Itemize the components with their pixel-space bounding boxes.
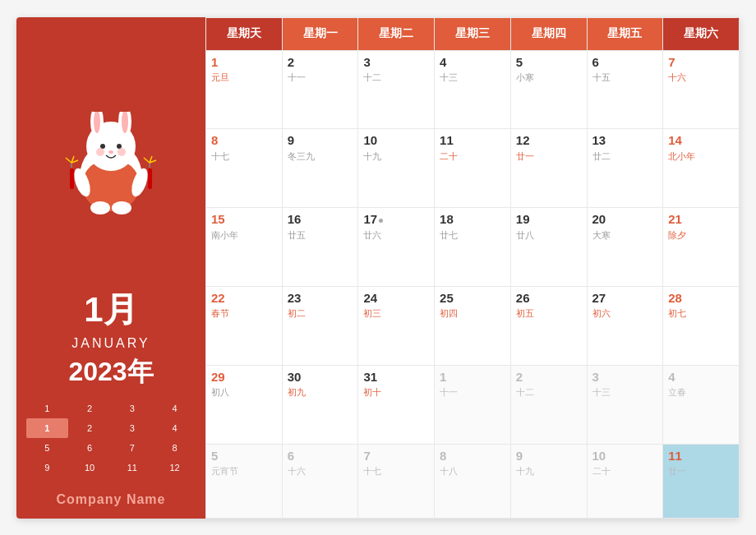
sidebar-top [16, 17, 205, 295]
calendar-cell[interactable]: 9冬三九 [282, 129, 358, 208]
calendar-cell[interactable]: 17廿六 [358, 208, 435, 287]
mini-cal-cell[interactable]: 1 [26, 418, 69, 438]
calendar-cell[interactable]: 2十一 [282, 50, 358, 129]
calendar-cell[interactable]: 1十一 [435, 365, 511, 444]
calendar-cell[interactable]: 7十六 [663, 50, 740, 129]
calendar-cell[interactable]: 30初九 [282, 365, 358, 444]
mini-cal-cell[interactable]: 5 [26, 438, 69, 458]
svg-rect-18 [148, 168, 152, 189]
lunar-date: 十二 [363, 71, 429, 84]
lunar-date: 初八 [211, 386, 277, 399]
svg-line-23 [144, 158, 150, 163]
lunar-date: 春节 [211, 307, 277, 320]
svg-point-6 [122, 110, 128, 133]
mini-cal-cell[interactable]: 2 [68, 418, 111, 438]
calendar-cell[interactable]: 21除夕 [663, 208, 740, 287]
lunar-date: 廿七 [440, 229, 505, 242]
lunar-date: 十七 [211, 150, 277, 163]
lunar-date: 十三 [592, 386, 658, 399]
calendar-cell[interactable]: 4十三 [435, 50, 511, 129]
calendar-cell[interactable]: 8十七 [206, 129, 283, 208]
calendar-cell[interactable]: 6十五 [587, 50, 663, 129]
month-display-en: JANUARY [71, 336, 150, 351]
calendar-cell[interactable]: 14北小年 [663, 129, 740, 208]
mini-cal-cell[interactable]: 9 [26, 458, 69, 477]
calendar-cell[interactable]: 10十九 [358, 129, 435, 208]
svg-point-11 [108, 150, 113, 154]
calendar-cell[interactable]: 6十六 [282, 444, 358, 518]
lunar-date: 十二 [516, 386, 582, 399]
calendar-cell[interactable]: 27初六 [587, 286, 663, 365]
calendar-header: 星期天 [206, 17, 283, 50]
mini-cal-cell[interactable]: 4 [154, 418, 196, 438]
calendar-header: 星期三 [435, 17, 511, 50]
calendar-cell[interactable]: 19廿八 [510, 208, 587, 287]
svg-point-5 [94, 110, 100, 133]
mini-cal-cell[interactable]: 3 [111, 418, 154, 438]
rabbit-illustration [49, 90, 173, 222]
calendar-header: 星期二 [358, 17, 435, 50]
calendar-cell[interactable]: 11二十 [435, 129, 511, 208]
calendar-cell[interactable]: 29初八 [206, 365, 283, 444]
mini-cal-header: 2 [68, 399, 111, 418]
calendar-cell[interactable]: 23初二 [282, 286, 358, 365]
mini-cal-cell[interactable]: 7 [111, 438, 154, 458]
lunar-date: 南小年 [211, 229, 277, 242]
calendar-cell[interactable]: 7十七 [358, 444, 435, 518]
calendar-cell[interactable]: 8十八 [435, 444, 511, 518]
lunar-date: 初三 [363, 307, 429, 320]
mini-cal-cell[interactable]: 8 [154, 438, 196, 458]
mini-cal-header: 4 [154, 399, 196, 418]
calendar-cell[interactable]: 15南小年 [206, 208, 283, 287]
lunar-date: 十一 [288, 71, 353, 84]
lunar-date: 初六 [592, 307, 658, 320]
event-dot [379, 219, 383, 223]
mini-cal-header: 1 [26, 399, 69, 418]
calendar-cell[interactable]: 1元旦 [206, 50, 283, 129]
main-calendar: 星期天星期一星期二星期三星期四星期五星期六 1元旦2十一3十二4十三5小寒6十五… [205, 17, 740, 519]
calendar-cell[interactable]: 12廿一 [510, 129, 587, 208]
calendar-cell[interactable]: 3十三 [587, 365, 663, 444]
lunar-date: 初二 [288, 307, 353, 320]
calendar-cell[interactable]: 9十九 [510, 444, 587, 518]
calendar-header: 星期一 [282, 17, 358, 50]
calendar-cell[interactable]: 11廿一 [663, 444, 740, 518]
svg-point-26 [90, 201, 110, 214]
sidebar: 1月 JANUARY 2023年 1234123456789101112 Com… [16, 17, 205, 519]
calendar-cell[interactable]: 5元宵节 [206, 444, 283, 518]
calendar-cell[interactable]: 26初五 [510, 286, 587, 365]
lunar-date: 廿二 [592, 150, 658, 163]
mini-cal-cell[interactable]: 11 [111, 458, 154, 477]
calendar-cell[interactable]: 3十二 [358, 50, 435, 129]
calendar-header: 星期六 [663, 17, 740, 50]
lunar-date: 初五 [516, 307, 582, 320]
calendar-table: 星期天星期一星期二星期三星期四星期五星期六 1元旦2十一3十二4十三5小寒6十五… [205, 17, 740, 519]
lunar-date: 初九 [288, 386, 353, 399]
calendar-cell[interactable]: 10二十 [587, 444, 663, 518]
calendar-cell[interactable]: 16廿五 [282, 208, 358, 287]
lunar-date: 元旦 [211, 71, 277, 84]
lunar-date: 初七 [668, 307, 734, 320]
calendar-cell[interactable]: 4立春 [663, 365, 740, 444]
calendar-cell[interactable]: 18廿七 [435, 208, 511, 287]
company-name: Company Name [57, 484, 166, 519]
calendar-cell[interactable]: 28初七 [663, 286, 740, 365]
calendar-cell[interactable]: 22春节 [206, 286, 283, 365]
calendar-cell[interactable]: 20大寒 [587, 208, 663, 287]
lunar-date: 十八 [440, 465, 505, 477]
calendar-cell[interactable]: 31初十 [358, 365, 435, 444]
mini-cal-cell[interactable]: 10 [68, 458, 111, 477]
mini-cal-cell[interactable]: 12 [154, 458, 196, 477]
svg-point-27 [112, 201, 131, 214]
calendar-cell[interactable]: 24初三 [358, 286, 435, 365]
lunar-date: 廿一 [516, 150, 582, 163]
calendar-cell[interactable]: 5小寒 [510, 50, 587, 129]
mini-cal-cell[interactable]: 6 [68, 438, 111, 458]
calendar-cell[interactable]: 25初四 [435, 286, 511, 365]
lunar-date: 十七 [363, 465, 429, 477]
lunar-date: 十一 [440, 386, 505, 399]
calendar-cell[interactable]: 13廿二 [587, 129, 663, 208]
year-display: 2023年 [68, 354, 153, 390]
lunar-date: 冬三九 [288, 150, 353, 163]
calendar-cell[interactable]: 2十二 [510, 365, 587, 444]
